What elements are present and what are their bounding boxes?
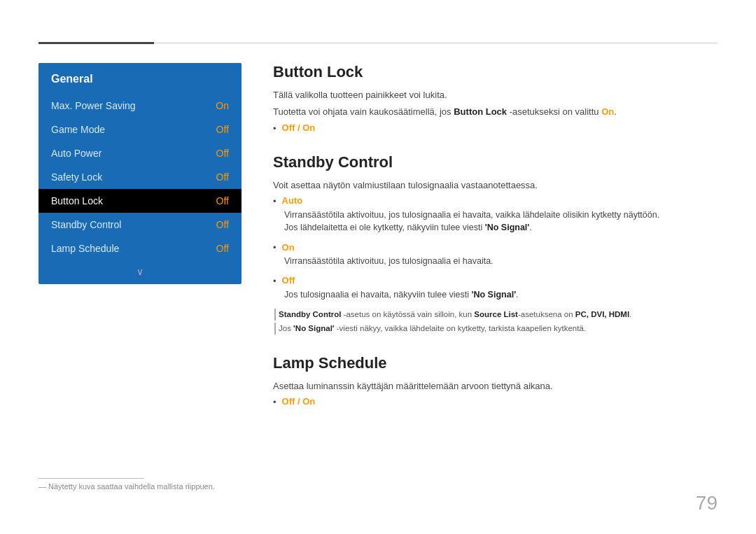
standby-note2: Jos 'No Signal' -viesti näkyy, vaikka lä… <box>274 323 718 335</box>
sidebar-item-value: Off <box>216 148 229 159</box>
standby-bullet-auto-label: Auto <box>282 195 303 206</box>
bullet-dot: • <box>273 196 276 206</box>
lamp-schedule-desc: Asettaa luminanssin käyttäjän määrittele… <box>273 379 718 393</box>
top-lines <box>38 42 718 44</box>
page-number: 79 <box>696 492 718 514</box>
section-button-lock: Button Lock Tällä valikolla tuotteen pai… <box>273 63 718 134</box>
standby-bullet-auto-desc2-end: . <box>529 223 531 232</box>
main-content: Button Lock Tällä valikolla tuotteen pai… <box>273 63 718 427</box>
standby-note1-before: Standby Control <box>279 310 341 318</box>
standby-bullet-off-desc1-highlight: 'No Signal' <box>472 290 517 300</box>
sidebar-item-label: Game Mode <box>51 124 105 135</box>
top-line-accent <box>38 42 154 44</box>
standby-note1-after: -asetus on käytössä vain silloin, kun <box>341 310 474 318</box>
bullet-dot: • <box>273 276 276 286</box>
standby-bullet-auto-title: • Auto <box>273 195 718 206</box>
standby-note2-before: Jos <box>279 324 293 332</box>
button-lock-bullet: • Off / On <box>273 122 718 134</box>
standby-control-desc: Voit asettaa näytön valmiustilaan tulosi… <box>273 178 718 192</box>
standby-note1-after2: -asetuksena on <box>518 310 575 318</box>
standby-bullet-off-title: • Off <box>273 275 718 286</box>
footnote-line <box>38 478 144 479</box>
sidebar-item-label: Lamp Schedule <box>51 243 119 254</box>
sidebar-item-value: Off <box>216 243 229 254</box>
standby-bullet-on-label: On <box>282 242 295 253</box>
sidebar: General Max. Power Saving On Game Mode O… <box>38 63 241 284</box>
standby-bullet-off: • Off Jos tulosignaalia ei havaita, näky… <box>273 275 718 302</box>
standby-note1-bold: Source List <box>474 310 518 318</box>
chevron-down-icon: ∨ <box>136 266 144 277</box>
sidebar-item-auto-power[interactable]: Auto Power Off <box>38 141 241 165</box>
sidebar-item-game-mode[interactable]: Game Mode Off <box>38 118 241 141</box>
sidebar-item-value: Off <box>216 195 229 206</box>
section-standby-control: Standby Control Voit asettaa näytön valm… <box>273 153 718 335</box>
standby-bullet-auto-desc1: Virransäästötila aktivoituu, jos tulosig… <box>284 209 718 222</box>
bullet-dot: • <box>273 123 276 134</box>
standby-control-title: Standby Control <box>273 153 718 171</box>
sidebar-item-max-power[interactable]: Max. Power Saving On <box>38 94 241 118</box>
standby-note1-end: . <box>629 310 631 318</box>
footnote: ― Näytetty kuva saattaa vaihdella mallis… <box>38 478 215 491</box>
button-lock-title: Button Lock <box>273 63 718 81</box>
sidebar-item-label: Max. Power Saving <box>51 100 136 111</box>
bullet-dot: • <box>273 242 276 253</box>
standby-bullet-on: • On Virransäästötila aktivoituu, jos tu… <box>273 241 718 268</box>
standby-note2-after: -viesti näkyy, vaikka lähdelaite on kytk… <box>335 324 586 332</box>
lamp-schedule-title: Lamp Schedule <box>273 354 718 372</box>
sidebar-item-label: Button Lock <box>51 195 103 206</box>
sidebar-item-label: Standby Control <box>51 219 121 230</box>
standby-bullet-off-desc1-end: . <box>516 290 518 300</box>
footnote-text: ― Näytetty kuva saattaa vaihdella mallis… <box>38 482 215 491</box>
button-lock-desc2: Tuotetta voi ohjata vain kaukosäätimellä… <box>273 105 718 119</box>
sidebar-item-safety-lock[interactable]: Safety Lock Off <box>38 165 241 189</box>
button-lock-desc2-highlight: On <box>601 106 614 117</box>
standby-bullet-on-title: • On <box>273 241 718 253</box>
standby-note2-highlight: 'No Signal' <box>293 324 335 332</box>
lamp-schedule-bullet: • Off / On <box>273 396 718 407</box>
sidebar-item-label: Safety Lock <box>51 171 102 183</box>
sidebar-item-value: On <box>216 100 229 111</box>
button-lock-desc2-after: -asetukseksi on valittu <box>507 106 601 117</box>
top-line-light <box>154 43 718 43</box>
standby-bullet-auto: • Auto Virransäästötila aktivoituu, jos … <box>273 195 718 235</box>
standby-bullet-auto-desc2-highlight: 'No Signal' <box>485 223 530 232</box>
button-lock-bullet-label: Off / On <box>282 122 316 133</box>
button-lock-desc1: Tällä valikolla tuotteen painikkeet voi … <box>273 88 718 102</box>
section-lamp-schedule: Lamp Schedule Asettaa luminanssin käyttä… <box>273 354 718 407</box>
lamp-schedule-bullet-label: Off / On <box>282 396 316 407</box>
standby-note1: Standby Control -asetus on käytössä vain… <box>274 309 718 321</box>
button-lock-desc2-before: Tuotetta voi ohjata vain kaukosäätimellä… <box>273 106 454 117</box>
button-lock-desc2-bold: Button Lock <box>454 106 507 117</box>
standby-bullet-auto-desc2-text: Jos lähdelaitetta ei ole kytketty, näkyv… <box>284 223 485 232</box>
sidebar-item-value: Off <box>216 219 229 230</box>
sidebar-item-button-lock[interactable]: Button Lock Off <box>38 189 241 213</box>
sidebar-item-value: Off <box>216 171 229 183</box>
standby-bullet-off-label: Off <box>282 275 295 286</box>
standby-bullet-off-desc1-text: Jos tulosignaalia ei havaita, näkyviin t… <box>284 290 472 300</box>
sidebar-item-lamp-schedule[interactable]: Lamp Schedule Off <box>38 237 241 260</box>
standby-bullet-auto-desc2: Jos lähdelaitetta ei ole kytketty, näkyv… <box>284 221 718 234</box>
sidebar-chevron[interactable]: ∨ <box>38 260 241 284</box>
sidebar-item-value: Off <box>216 124 229 135</box>
standby-note1-highlight: PC, DVI, HDMI <box>575 310 629 318</box>
bullet-dot: • <box>273 397 276 407</box>
sidebar-item-label: Auto Power <box>51 148 102 159</box>
sidebar-title: General <box>38 63 241 94</box>
sidebar-item-standby-control[interactable]: Standby Control Off <box>38 213 241 237</box>
standby-bullet-off-desc1: Jos tulosignaalia ei havaita, näkyviin t… <box>284 288 718 302</box>
button-lock-desc2-end: . <box>614 106 617 117</box>
standby-bullet-on-desc1: Virransäästötila aktivoituu, jos tulosig… <box>284 255 718 268</box>
